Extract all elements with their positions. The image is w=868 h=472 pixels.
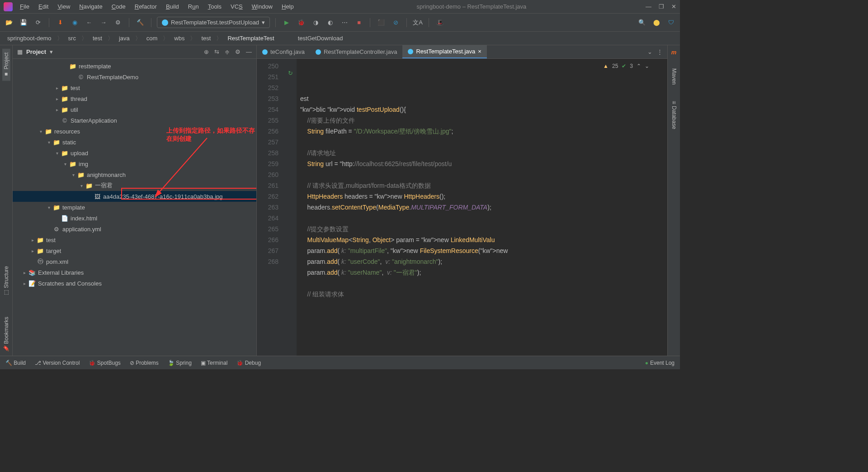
target-icon[interactable]: ⊕ (204, 48, 209, 55)
tree-node[interactable]: ⚙application.yml (13, 224, 256, 234)
menu-file[interactable]: File (16, 2, 33, 11)
menu-window[interactable]: Window (248, 2, 276, 11)
menu-navigate[interactable]: Navigate (75, 2, 106, 11)
debug-tab[interactable]: 🐞 Debug (236, 360, 261, 366)
block-icon[interactable]: ⊘ (390, 17, 401, 28)
tree-node[interactable]: ▾📁resources (13, 126, 256, 137)
inspection-summary[interactable]: ▲25 ✔3 ⌃ ⌄ (603, 61, 649, 72)
vcs-tab[interactable]: ⎇ Version Control (35, 360, 80, 366)
shield-icon[interactable]: 🛡 (665, 17, 676, 28)
tree-node[interactable]: ⓜpom.xml (13, 256, 256, 267)
tree-node[interactable]: ▸📝Scratches and Consoles (13, 278, 256, 289)
tree-node[interactable]: 📄index.html (13, 213, 256, 224)
forward-icon[interactable]: → (98, 17, 109, 28)
tab-test[interactable]: RestTemplateTest.java × (402, 45, 486, 58)
tree-node[interactable]: ▾📁一宿君 (13, 180, 256, 191)
problems-tab[interactable]: ⊘ Problems (130, 360, 159, 366)
tree-node[interactable]: ▸📁test (13, 82, 256, 93)
tree-node[interactable]: ▾📁static (13, 137, 256, 148)
tab-controller[interactable]: RestTemplateController.java (310, 45, 403, 58)
jrebel-icon[interactable]: ⬛ (376, 17, 387, 28)
hide-icon[interactable]: — (246, 48, 252, 55)
tab-dropdown-icon[interactable]: ⌄ (647, 48, 652, 55)
database-tool-tab[interactable]: ≡ Database (670, 97, 678, 133)
settings-icon[interactable]: ⚙ (113, 17, 123, 28)
notif-icon[interactable]: ⬤ (651, 17, 662, 28)
tree-node[interactable]: ▸📁thread (13, 93, 256, 104)
menu-build[interactable]: Build (162, 2, 183, 11)
gear-icon[interactable]: ⚙ (235, 48, 241, 55)
tree-node[interactable]: ▸📚External Libraries (13, 267, 256, 278)
crumb-0[interactable]: springboot-demo (4, 34, 55, 43)
tree-node[interactable]: ▾📁template (13, 202, 256, 213)
menu-vcs[interactable]: VCS (227, 2, 246, 11)
hat-icon[interactable]: 🎩 (434, 17, 445, 28)
close-tab-icon[interactable]: × (478, 48, 481, 55)
crumb-method[interactable]: testGetDownload (298, 35, 343, 42)
translate-icon[interactable]: 文A (412, 17, 423, 28)
tree-node[interactable]: ©RestTemplateDemo (13, 72, 256, 82)
crumb-7[interactable]: RestTemplateTest (224, 34, 278, 43)
spring-tab[interactable]: 🍃 Spring (168, 360, 192, 366)
code-editor[interactable]: ▲25 ✔3 ⌃ ⌄ est"kw">blic "kw">void testPo… (297, 59, 667, 356)
tree-node[interactable]: ▸📁target (13, 245, 256, 256)
commit-icon[interactable]: ◉ (69, 17, 80, 28)
maximize-button[interactable]: ❐ (659, 3, 664, 10)
back-icon[interactable]: ← (84, 17, 94, 28)
tree-node[interactable]: ▾📁img (13, 158, 256, 169)
maven-icon[interactable]: m (671, 49, 677, 56)
crumb-5[interactable]: wbs (170, 34, 188, 43)
structure-tool-tab[interactable]: ⬚ Structure (2, 262, 10, 300)
tree-node[interactable]: ©StarterApplication (13, 115, 256, 126)
terminal-tab[interactable]: ▣ Terminal (201, 360, 227, 366)
tab-more-icon[interactable]: ⋮ (657, 48, 663, 55)
build-tab[interactable]: 🔨 Build (5, 360, 26, 366)
open-icon[interactable]: 📂 (4, 17, 14, 28)
crumb-2[interactable]: test (89, 34, 106, 43)
menu-edit[interactable]: Edit (35, 2, 52, 11)
project-tree[interactable]: 📁resttemplate©RestTemplateDemo▸📁test▸📁th… (13, 59, 256, 356)
debug-button[interactable]: 🐞 (296, 17, 307, 28)
crumb-1[interactable]: src (65, 34, 80, 43)
tree-node[interactable]: ▾📁anightmonarch (13, 169, 256, 180)
project-panel: ▦ Project ▾ ⊕ ⇆ ≑ ⚙ — 📁resttemplate©Rest… (13, 45, 257, 356)
tree-node[interactable]: 🖼aa4da235-43ef-4687-a16c-1911ca0ab3ba.jp… (13, 191, 256, 202)
crumb-3[interactable]: java (115, 34, 133, 43)
run-config-selector[interactable]: RestTemplateTest.testPostUpload ▾ (157, 17, 270, 28)
menu-help[interactable]: Help (278, 2, 297, 11)
tree-node[interactable]: ▸📁util (13, 104, 256, 115)
menu-code[interactable]: Code (108, 2, 129, 11)
tree-node[interactable]: 📁resttemplate (13, 61, 256, 72)
tree-node[interactable]: ▸📁test (13, 234, 256, 245)
up-icon[interactable]: ⌃ (637, 61, 641, 72)
vcs-icon[interactable]: ⬇ (55, 17, 66, 28)
sync-icon[interactable]: ⟳ (33, 17, 43, 28)
maven-tool-tab[interactable]: Maven (670, 65, 678, 88)
collapse-icon[interactable]: ≑ (225, 48, 230, 55)
menu-tools[interactable]: Tools (204, 2, 225, 11)
tree-node[interactable]: ▾📁upload (13, 148, 256, 158)
more-run-button[interactable]: ⋯ (339, 17, 350, 28)
stop-button[interactable]: ■ (354, 17, 364, 28)
tab-config[interactable]: teConfig.java (257, 45, 310, 58)
search-icon[interactable]: 🔍 (637, 17, 647, 28)
bookmarks-tool-tab[interactable]: 🔖 Bookmarks (2, 313, 10, 356)
minimize-button[interactable]: — (646, 3, 651, 10)
hammer-icon[interactable]: 🔨 (135, 17, 146, 28)
menu-refactor[interactable]: Refactor (131, 2, 160, 11)
menu-run[interactable]: Run (184, 2, 203, 11)
crumb-4[interactable]: com (143, 34, 161, 43)
close-button[interactable]: ✕ (671, 3, 676, 10)
menu-view[interactable]: View (54, 2, 74, 11)
expand-icon[interactable]: ⇆ (214, 48, 219, 55)
profile-button[interactable]: ◐ (325, 17, 335, 28)
event-log-tab[interactable]: Event Log (645, 360, 675, 366)
save-icon[interactable]: 💾 (18, 17, 29, 28)
crumb-6[interactable]: test (198, 34, 214, 43)
panel-dropdown-icon[interactable]: ▾ (50, 48, 53, 55)
spotbugs-tab[interactable]: 🐞 SpotBugs (89, 360, 120, 366)
project-tool-tab[interactable]: ■ Project (2, 49, 10, 81)
coverage-button[interactable]: ◑ (310, 17, 321, 28)
run-button[interactable]: ▶ (281, 17, 292, 28)
down-icon[interactable]: ⌄ (645, 61, 649, 72)
